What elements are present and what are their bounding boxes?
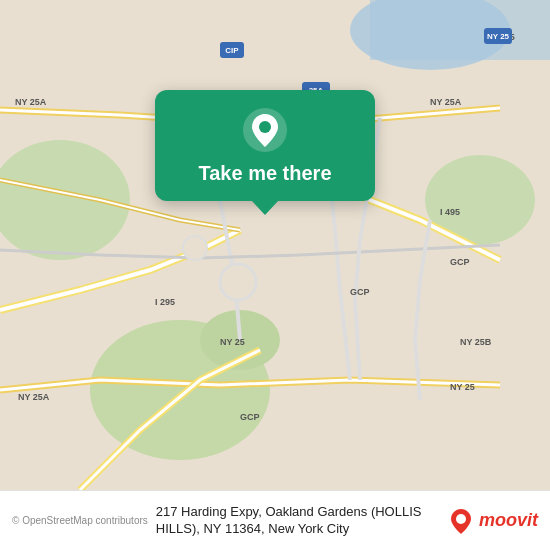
moovit-logo: moovit [447, 507, 538, 535]
take-me-there-button[interactable]: Take me there [198, 162, 331, 185]
footer-bar: © OpenStreetMap contributors 217 Harding… [0, 490, 550, 550]
svg-text:GCP: GCP [350, 287, 370, 297]
address-text: 217 Harding Expy, Oakland Gardens (HOLLI… [156, 504, 439, 538]
svg-point-31 [259, 121, 271, 133]
moovit-pin-icon [447, 507, 475, 535]
svg-text:I 495: I 495 [440, 207, 460, 217]
callout-popup[interactable]: Take me there [155, 90, 375, 201]
svg-rect-2 [370, 0, 550, 60]
svg-text:GCP: GCP [450, 257, 470, 267]
svg-text:GCP: GCP [240, 412, 260, 422]
svg-point-8 [183, 236, 207, 260]
svg-text:NY 25: NY 25 [220, 337, 245, 347]
map-container: NY 25A NY 25A I 495 I 495 I 295 GCP GCP … [0, 0, 550, 490]
svg-text:NY 25: NY 25 [487, 32, 510, 41]
svg-text:NY 25A: NY 25A [18, 392, 50, 402]
svg-point-32 [456, 514, 466, 524]
map-svg: NY 25A NY 25A I 495 I 495 I 295 GCP GCP … [0, 0, 550, 490]
svg-text:NY 25B: NY 25B [460, 337, 492, 347]
svg-text:NY 25A: NY 25A [15, 97, 47, 107]
osm-credit: © OpenStreetMap contributors [12, 515, 148, 526]
svg-text:CIP: CIP [225, 46, 239, 55]
svg-point-7 [220, 264, 256, 300]
svg-text:NY 25: NY 25 [450, 382, 475, 392]
moovit-brand-name: moovit [479, 510, 538, 531]
svg-text:I 295: I 295 [155, 297, 175, 307]
location-pin-icon [243, 108, 287, 152]
svg-text:NY 25A: NY 25A [430, 97, 462, 107]
